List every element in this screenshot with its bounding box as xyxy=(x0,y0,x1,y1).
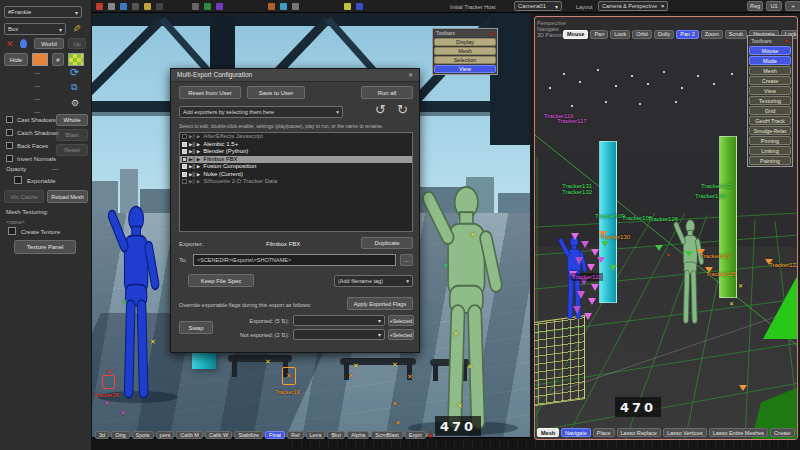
exported-dropdown[interactable]: ▾ xyxy=(293,315,385,326)
play-pause-icon[interactable]: ▶|| xyxy=(189,157,195,162)
checker-swatch[interactable] xyxy=(68,53,84,66)
perspective-tool-button[interactable]: Place xyxy=(593,428,615,437)
cone-marker[interactable] xyxy=(739,385,747,391)
tool-icon[interactable]: ⚙ xyxy=(71,98,79,108)
tracker-label[interactable]: Tracker133 xyxy=(701,183,731,189)
not-exported-selected-button[interactable]: +Selected xyxy=(388,329,414,340)
toolbar-icon[interactable] xyxy=(344,3,351,10)
toolbars-item-mesh[interactable]: Mesh xyxy=(749,66,791,75)
tracker-marker-x[interactable]: ✕ xyxy=(738,283,743,289)
dialog-titlebar[interactable]: Multi-Export Configuration ✕ xyxy=(171,69,419,82)
tracker-marker-x[interactable]: ✕ xyxy=(467,363,473,370)
exporter-checkbox[interactable] xyxy=(182,179,187,184)
view-mode-button[interactable]: Lens xyxy=(306,431,326,439)
cone-marker[interactable] xyxy=(573,306,581,314)
cone-marker[interactable] xyxy=(584,313,592,320)
add-exporters-dropdown[interactable]: Add exporters by selecting them here ▾ xyxy=(179,106,343,118)
toolbar-icon[interactable] xyxy=(268,3,275,10)
toolbar-icon[interactable] xyxy=(144,3,151,10)
texture-panel-button[interactable]: Texture Panel xyxy=(14,240,76,254)
exporter-checkbox[interactable] xyxy=(182,142,187,147)
exporter-row[interactable]: ▶|| ▶ Alembic 1.5+ xyxy=(180,141,412,149)
perspective-tool-button[interactable]: Lasso Entire Meshes xyxy=(709,428,768,437)
tracker-marker-x[interactable]: ✕ xyxy=(729,301,734,307)
create-texture-checkbox[interactable] xyxy=(8,227,16,235)
exporter-checkbox[interactable] xyxy=(182,149,187,154)
tracker-dot[interactable] xyxy=(563,73,565,75)
reset-button[interactable]: Reset xyxy=(56,144,88,156)
play-pause-icon[interactable]: ▶|| xyxy=(189,164,195,169)
play-pause-icon[interactable]: ▶|| xyxy=(189,172,195,177)
exporter-name[interactable]: Alembic 1.5+ xyxy=(203,141,238,148)
tracker-marker-x[interactable]: ✕ xyxy=(348,372,354,379)
up-button[interactable]: Up xyxy=(68,38,86,49)
slider-dash[interactable]: — xyxy=(34,83,40,90)
shape-select[interactable]: Box ▾ xyxy=(4,23,66,35)
play-pause-icon[interactable]: ▶|| xyxy=(189,179,195,184)
exporter-row[interactable]: ▶|| ▶ AfterEffects Javascript xyxy=(180,133,412,141)
tracker-label[interactable]: Tracker122 xyxy=(769,262,798,268)
slider-dash[interactable]: — xyxy=(34,96,40,103)
view-mode-button[interactable]: ScrnBlast xyxy=(371,431,403,439)
toolbars-item-pinning[interactable]: Pinning xyxy=(749,136,791,145)
timeline-ticks[interactable] xyxy=(292,441,792,449)
apply-exported-flags-button[interactable]: Apply Exported Flags xyxy=(347,297,413,310)
tracker-dot[interactable] xyxy=(631,75,633,77)
tracker-marker-x[interactable]: ✕ xyxy=(265,358,271,365)
cast-shadows-checkbox[interactable] xyxy=(6,116,13,123)
tracker-label[interactable]: Tracker139 xyxy=(695,193,725,199)
cone-marker[interactable] xyxy=(577,291,585,299)
mouse-mode-button[interactable]: Orbit xyxy=(632,30,652,39)
tracker-marker-x[interactable]: ✕ xyxy=(395,419,401,426)
exporter-row[interactable]: ▶|| ▶ Nuke (Current) xyxy=(180,171,412,179)
tracker-dot[interactable] xyxy=(713,83,715,85)
toolbars-item-mode[interactable]: Mode xyxy=(749,56,791,65)
perspective-viewport[interactable]: ✕ ✕ ✕ Tracker116 Tracker117 Tracker131 T… xyxy=(534,16,798,440)
cone-marker[interactable] xyxy=(591,249,599,256)
exporter-name[interactable]: Fusion Composition xyxy=(203,163,256,170)
tracker-label[interactable]: Tracker19 xyxy=(275,390,300,396)
view-mode-button[interactable]: Orig xyxy=(111,431,129,439)
edit-icon[interactable]: ⧉ xyxy=(71,82,77,93)
world-button[interactable]: World xyxy=(34,38,64,49)
tracker-marker-x[interactable]: ✕ xyxy=(443,262,449,269)
toolbar-red-dot[interactable] xyxy=(428,433,433,438)
cone-marker[interactable] xyxy=(591,284,599,291)
tracker-label[interactable]: Tracker118 xyxy=(571,273,603,281)
exporter-checkbox[interactable] xyxy=(182,164,187,169)
tracker-marker-x[interactable]: ✕ xyxy=(392,361,398,368)
toolbars-item-geoh-track[interactable]: GeoH Track xyxy=(749,116,791,125)
object-select[interactable]: #Frankie ▾ xyxy=(4,6,82,18)
camera-select[interactable]: Camera01 ▾ xyxy=(514,1,562,11)
toolbar-icon[interactable] xyxy=(204,3,211,10)
tracker-dot[interactable] xyxy=(675,101,677,103)
tracker-marker-x[interactable]: ✕ xyxy=(353,362,359,369)
cone-marker[interactable] xyxy=(609,265,617,271)
exporter-name[interactable]: Blender (Python) xyxy=(203,148,248,155)
tracker-marker-x[interactable]: ✕ xyxy=(457,402,463,409)
topbar-button-plus[interactable]: + xyxy=(785,1,800,11)
exported-selected-button[interactable]: +Selected xyxy=(388,315,414,326)
mouse-mode-button[interactable]: Zoom xyxy=(701,30,723,39)
mouse-mode-button[interactable]: Scrub xyxy=(725,30,747,39)
close-icon[interactable]: ✕ xyxy=(408,72,413,79)
mouse-mode-button[interactable]: Dolly xyxy=(654,30,674,39)
tracker-label[interactable]: Tracker28 xyxy=(94,393,119,399)
green-figure-mesh[interactable] xyxy=(410,185,516,433)
exporter-row[interactable]: ▶|| ▶ Fusion Composition xyxy=(180,163,412,171)
toolbar-icon[interactable] xyxy=(108,3,115,10)
exportable-checkbox[interactable] xyxy=(14,176,22,184)
toolbar-icon[interactable] xyxy=(192,3,199,10)
play-pause-icon[interactable]: ▶|| xyxy=(189,134,195,139)
exporter-checkbox[interactable] xyxy=(182,172,187,177)
refresh-icon[interactable]: ⟳ xyxy=(70,66,79,79)
toolbars-item-painting[interactable]: Painting xyxy=(749,156,791,165)
toolbar-icon[interactable] xyxy=(356,3,363,10)
exporter-name[interactable]: AfterEffects Javascript xyxy=(203,133,263,140)
toolbar-icon[interactable] xyxy=(216,3,223,10)
toolbar-icon[interactable] xyxy=(96,3,103,10)
play-icon[interactable]: ▶ xyxy=(197,164,200,169)
tracker-marker-x[interactable]: ✕ xyxy=(470,231,476,238)
tracker-dot[interactable] xyxy=(663,71,665,73)
tracker-dot[interactable] xyxy=(639,103,641,105)
